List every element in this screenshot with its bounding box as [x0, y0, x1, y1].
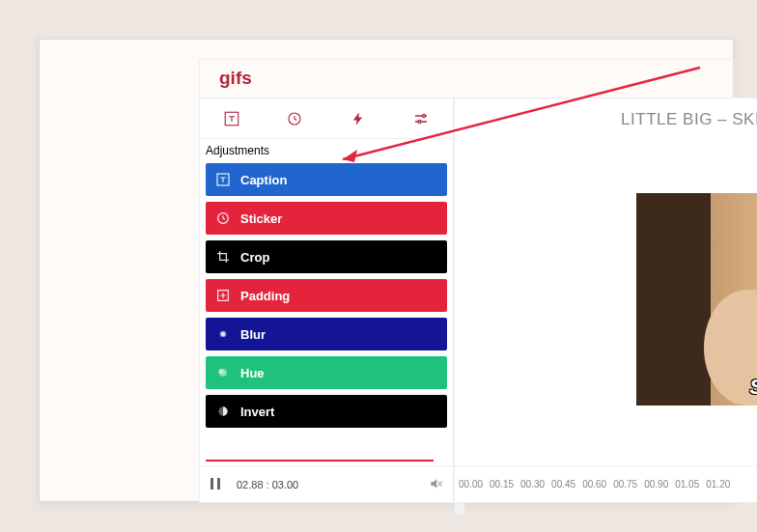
pause-button[interactable] — [210, 477, 227, 492]
sliders-icon — [412, 110, 430, 127]
brand-logo: gifs — [219, 68, 252, 89]
timeline-mark: 00.15 — [490, 479, 514, 490]
timeline-mark: 00.30 — [520, 479, 545, 490]
hue-icon — [215, 365, 231, 380]
caption-icon — [215, 172, 231, 187]
adjust-padding[interactable]: Padding — [206, 279, 447, 312]
preview-area: LITTLE BIG – SKIB S 00.00 00.15 00.30 00… — [454, 98, 757, 503]
panel-tabs — [200, 98, 453, 139]
player-controls: 02.88 : 03.00 — [200, 465, 453, 502]
adjust-label: Crop — [240, 250, 269, 265]
mute-button[interactable] — [428, 476, 443, 493]
section-label: Adjustments — [200, 139, 453, 160]
svg-point-2 — [423, 114, 426, 117]
clock-icon — [286, 110, 303, 127]
preview-frame: S — [636, 193, 757, 406]
adjust-hue[interactable]: Hue — [206, 356, 447, 389]
adjust-label: Invert — [240, 405, 274, 419]
adjustments-panel: Adjustments Caption Sticker Crop Padding… — [199, 98, 454, 503]
player-time: 02.88 : 03.00 — [237, 479, 298, 490]
svg-point-10 — [218, 369, 223, 374]
blur-icon — [215, 326, 231, 342]
timeline-mark: 00.60 — [582, 479, 606, 490]
padding-icon — [215, 288, 231, 303]
adjust-sticker[interactable]: Sticker — [206, 202, 447, 235]
app-window: gifs Adjustments Caption — [39, 39, 734, 502]
adjust-blur[interactable]: Blur — [206, 318, 447, 350]
timeline-mark: 00.00 — [459, 479, 483, 490]
adjust-crop[interactable]: Crop — [206, 240, 447, 273]
timeline-mark: 01.05 — [675, 479, 699, 490]
bolt-icon — [351, 110, 365, 127]
adjust-invert[interactable]: Invert — [206, 395, 447, 428]
timeline-mark: 01.20 — [706, 479, 730, 490]
clock-icon — [215, 210, 231, 226]
header-bar: gifs — [199, 59, 735, 98]
preview-title: LITTLE BIG – SKIB — [621, 110, 757, 129]
timeline-mark: 00.75 — [613, 479, 637, 490]
timeline-mark: 00.45 — [551, 479, 575, 490]
preview-caption-letter: S — [749, 375, 757, 400]
adjust-label: Sticker — [240, 211, 282, 226]
adjust-label: Caption — [240, 173, 287, 187]
adjust-label: Blur — [240, 327, 266, 342]
divider — [206, 460, 434, 462]
timeline-mark: 00.90 — [644, 479, 668, 490]
tab-caption[interactable] — [200, 98, 264, 138]
crop-icon — [215, 249, 231, 265]
tab-timer[interactable] — [264, 98, 327, 138]
svg-point-3 — [418, 120, 421, 123]
invert-icon — [215, 404, 231, 419]
tab-effects[interactable] — [326, 98, 390, 138]
pause-icon — [210, 477, 221, 490]
svg-point-8 — [221, 332, 225, 336]
caption-icon — [223, 110, 240, 127]
mute-icon — [428, 476, 443, 491]
adjust-label: Hue — [240, 366, 265, 380]
adjust-label: Padding — [240, 289, 290, 303]
tab-adjustments[interactable] — [390, 98, 454, 138]
timeline[interactable]: 00.00 00.15 00.30 00.45 00.60 00.75 00.9… — [455, 465, 757, 502]
svg-rect-12 — [210, 478, 213, 490]
adjust-caption[interactable]: Caption — [206, 163, 447, 196]
adjustments-list: Caption Sticker Crop Padding Blur Hue — [200, 160, 453, 436]
svg-rect-13 — [217, 478, 220, 490]
